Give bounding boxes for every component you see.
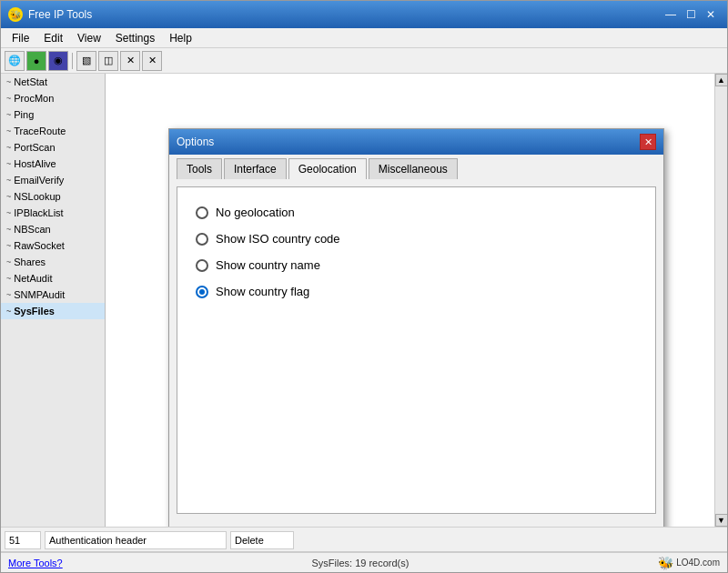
sidebar-item-nbscan[interactable]: ~ NBScan: [1, 221, 105, 237]
radio-circle-show-iso: [196, 233, 208, 246]
radio-label-show-flag: Show country flag: [216, 285, 309, 298]
toolbar-btn-5[interactable]: ◫: [98, 51, 118, 71]
app-icon: 🐝: [8, 7, 23, 22]
bottom-table-row: 51 Authentication header Delete: [1, 529, 727, 552]
dialog-title-bar: Options ✕: [169, 129, 663, 155]
toolbar: 🌐 ● ◉ ▧ ◫ ✕ ✕: [1, 48, 727, 74]
title-controls: — ☐ ✕: [662, 5, 720, 24]
dialog-overlay: Options ✕ Tools Interface Geolocation Mi…: [106, 74, 727, 527]
dialog-tabs: Tools Interface Geolocation Miscellaneou…: [169, 155, 663, 179]
toolbar-btn-4[interactable]: ▧: [76, 51, 96, 71]
dialog-content: No geolocation Show ISO country code Sho…: [169, 179, 663, 521]
toolbar-separator: [72, 53, 73, 69]
dialog-buttons: OK Cancel: [169, 521, 663, 527]
menu-file[interactable]: File: [5, 30, 36, 46]
lo4d-logo: 🐝 LO4D.com: [658, 556, 720, 570]
toolbar-btn-2[interactable]: ●: [26, 51, 46, 71]
status-bar: More Tools? SysFiles: 19 record(s) 🐝 LO4…: [1, 552, 727, 572]
app-title: Free IP Tools: [28, 8, 92, 21]
sidebar-item-rawsocket[interactable]: ~ RawSocket: [1, 237, 105, 254]
tab-geolocation[interactable]: Geolocation: [288, 158, 367, 179]
tab-tools[interactable]: Tools: [177, 158, 222, 179]
bottom-cell-number: 51: [5, 531, 41, 549]
menu-edit[interactable]: Edit: [36, 30, 70, 46]
sidebar-item-sysfiles[interactable]: ~ SysFiles: [1, 303, 105, 319]
radio-circle-show-name: [196, 259, 208, 272]
sidebar-item-nslookup[interactable]: ~ NSLookup: [1, 188, 105, 205]
menu-help[interactable]: Help: [162, 30, 199, 46]
maximize-button[interactable]: ☐: [682, 5, 700, 24]
dialog-inner-box: No geolocation Show ISO country code Sho…: [177, 186, 656, 514]
menu-bar: File Edit View Settings Help: [1, 28, 727, 48]
minimize-button[interactable]: —: [662, 5, 680, 24]
options-dialog: Options ✕ Tools Interface Geolocation Mi…: [168, 128, 664, 527]
radio-no-geolocation[interactable]: No geolocation: [196, 206, 637, 219]
record-count: SysFiles: 19 record(s): [311, 558, 409, 568]
sidebar-item-snmpaudit[interactable]: ~ SNMPAudit: [1, 286, 105, 303]
sidebar-item-shares[interactable]: ~ Shares: [1, 254, 105, 270]
dialog-title: Options: [177, 136, 214, 148]
bottom-cell-label: Authentication header: [45, 531, 227, 549]
sidebar-item-procmon[interactable]: ~ ProcMon: [1, 90, 105, 106]
bottom-cell-action[interactable]: Delete: [230, 531, 294, 549]
main-window: 🐝 Free IP Tools — ☐ ✕ File Edit View Set…: [0, 0, 728, 573]
title-bar-left: 🐝 Free IP Tools: [8, 7, 92, 22]
sidebar-item-ipblacklist[interactable]: ~ IPBlackList: [1, 205, 105, 221]
toolbar-btn-6[interactable]: ✕: [120, 51, 140, 71]
sidebar-item-hostalive[interactable]: ~ HostAlive: [1, 156, 105, 172]
radio-show-flag[interactable]: Show country flag: [196, 285, 637, 298]
toolbar-btn-7[interactable]: ✕: [142, 51, 162, 71]
toolbar-btn-1[interactable]: 🌐: [5, 51, 25, 71]
lo4d-text: LO4D.com: [676, 558, 720, 568]
radio-circle-no-geolocation: [196, 206, 208, 219]
right-panel: ▲ ▼ Options ✕ Tools Interface Geolo: [106, 74, 727, 527]
tab-miscellaneous[interactable]: Miscellaneous: [369, 158, 458, 179]
dialog-close-button[interactable]: ✕: [640, 134, 656, 150]
sidebar: ~ NetStat ~ ProcMon ~ Ping ~ TraceRoute …: [1, 74, 106, 527]
radio-circle-show-flag: [196, 286, 208, 298]
title-bar: 🐝 Free IP Tools — ☐ ✕: [1, 1, 727, 28]
radio-label-no-geolocation: No geolocation: [216, 206, 295, 219]
tab-interface[interactable]: Interface: [224, 158, 287, 179]
radio-show-iso[interactable]: Show ISO country code: [196, 232, 637, 246]
radio-label-show-iso: Show ISO country code: [216, 232, 340, 246]
toolbar-btn-3[interactable]: ◉: [48, 51, 68, 71]
radio-show-name[interactable]: Show country name: [196, 258, 637, 272]
close-button[interactable]: ✕: [702, 5, 720, 24]
sidebar-item-emailverify[interactable]: ~ EmailVerify: [1, 172, 105, 188]
menu-settings[interactable]: Settings: [108, 30, 162, 46]
content-area: ~ NetStat ~ ProcMon ~ Ping ~ TraceRoute …: [1, 74, 727, 527]
sidebar-item-ping[interactable]: ~ Ping: [1, 106, 105, 123]
bottom-bar: 51 Authentication header Delete More Too…: [1, 527, 727, 572]
sidebar-item-traceroute[interactable]: ~ TraceRoute: [1, 123, 105, 139]
more-tools-link[interactable]: More Tools?: [8, 558, 63, 568]
menu-view[interactable]: View: [70, 30, 108, 46]
sidebar-item-netaudit[interactable]: ~ NetAudit: [1, 270, 105, 286]
radio-label-show-name: Show country name: [216, 258, 320, 272]
sidebar-item-netstat[interactable]: ~ NetStat: [1, 74, 105, 90]
sidebar-item-portscan[interactable]: ~ PortScan: [1, 139, 105, 156]
